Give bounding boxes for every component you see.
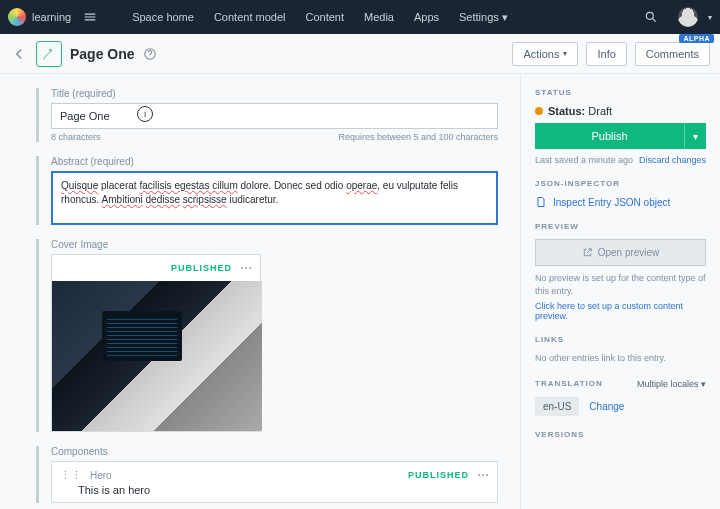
status-label: Status: (548, 105, 585, 117)
more-icon[interactable]: ⋯ (477, 468, 489, 482)
cover-status: PUBLISHED (171, 263, 232, 273)
cover-label: Cover Image (51, 239, 498, 250)
change-locale-link[interactable]: Change (589, 401, 624, 412)
status-heading: Status (535, 88, 706, 97)
locale-pill: en-US (535, 397, 579, 416)
setup-preview-link[interactable]: Click here to set up a custom content pr… (535, 301, 706, 321)
links-section: Links No other entries link to this entr… (535, 335, 706, 365)
svg-point-0 (646, 12, 653, 19)
actions-button[interactable]: Actions▾ (512, 42, 578, 66)
preview-text: No preview is set up for the content typ… (535, 272, 706, 297)
abstract-label: Abstract (required) (51, 156, 498, 167)
cover-image-card[interactable]: PUBLISHED ⋯ (51, 254, 261, 432)
locale-select[interactable]: Multiple locales ▾ (637, 379, 706, 389)
inspect-json-link[interactable]: Inspect Entry JSON object (535, 196, 706, 208)
app-logo[interactable] (8, 8, 26, 26)
field-components: Components ⋮⋮ Hero PUBLISHED ⋯ This is a… (36, 446, 498, 503)
links-heading: Links (535, 335, 706, 344)
help-icon[interactable] (143, 47, 157, 61)
discard-link[interactable]: Discard changes (639, 155, 706, 165)
external-link-icon (582, 247, 593, 258)
subbar: Page One Actions▾ Info Comments ALPHA (0, 34, 720, 74)
nav-media[interactable]: Media (357, 11, 401, 23)
topbar: learning Space home Content model Conten… (0, 0, 720, 34)
menu-icon[interactable] (83, 10, 97, 24)
versions-heading: Versions (535, 430, 706, 439)
title-char-count: 8 characters (51, 132, 101, 142)
open-preview-button: Open preview (535, 239, 706, 266)
editor-pane: Title (required) I 8 characters Requires… (0, 74, 520, 509)
preview-section: Preview Open preview No preview is set u… (535, 222, 706, 321)
component-type: Hero (90, 470, 112, 481)
last-saved: Last saved a minute ago (535, 155, 633, 165)
components-label: Components (51, 446, 498, 457)
comments-button[interactable]: Comments (635, 42, 710, 66)
sidebar: Status Status: Draft Publish ▾ Last save… (520, 74, 720, 509)
field-title: Title (required) I 8 characters Requires… (36, 88, 498, 142)
preview-heading: Preview (535, 222, 706, 231)
title-label: Title (required) (51, 88, 498, 99)
user-menu-chevron[interactable]: ▾ (708, 13, 712, 22)
nav-content[interactable]: Content (298, 11, 351, 23)
title-requirement: Requires between 5 and 100 characters (338, 132, 498, 142)
content-type-icon (36, 41, 62, 67)
publish-button[interactable]: Publish (535, 123, 684, 149)
json-heading: JSON-Inspector (535, 179, 706, 188)
cover-image-thumbnail (52, 281, 262, 431)
nav-settings[interactable]: Settings ▾ (452, 11, 515, 24)
json-section: JSON-Inspector Inspect Entry JSON object (535, 179, 706, 208)
translation-heading: Translation (535, 379, 603, 388)
status-value: Draft (588, 105, 612, 117)
nav-content-model[interactable]: Content model (207, 11, 293, 23)
component-card[interactable]: ⋮⋮ Hero PUBLISHED ⋯ This is an hero (51, 461, 498, 503)
more-icon[interactable]: ⋯ (240, 261, 252, 275)
page-title: Page One (70, 46, 135, 62)
main-area: Title (required) I 8 characters Requires… (0, 74, 720, 509)
alpha-badge: ALPHA (679, 34, 714, 43)
links-text: No other entries link to this entry. (535, 352, 706, 365)
abstract-input[interactable]: Quisque placerat facilisis egestas cillu… (51, 171, 498, 225)
versions-section: Versions (535, 430, 706, 439)
drag-handle-icon[interactable]: ⋮⋮ (60, 469, 82, 482)
component-title: This is an hero (78, 484, 489, 496)
component-status: PUBLISHED (408, 470, 469, 480)
nav-space-home[interactable]: Space home (125, 11, 201, 23)
avatar[interactable] (678, 7, 698, 27)
nav-apps[interactable]: Apps (407, 11, 446, 23)
publish-dropdown[interactable]: ▾ (684, 123, 706, 149)
search-icon[interactable] (644, 10, 658, 24)
status-section: Status Status: Draft Publish ▾ Last save… (535, 88, 706, 165)
info-button[interactable]: Info (586, 42, 626, 66)
document-icon (535, 196, 547, 208)
field-cover-image: Cover Image PUBLISHED ⋯ (36, 239, 498, 432)
space-name[interactable]: learning (32, 11, 71, 23)
back-chevron-icon[interactable] (10, 45, 28, 63)
field-abstract: Abstract (required) Quisque placerat fac… (36, 156, 498, 225)
status-dot-icon (535, 107, 543, 115)
translation-section: Translation Multiple locales ▾ en-US Cha… (535, 379, 706, 416)
title-input[interactable] (51, 103, 498, 129)
